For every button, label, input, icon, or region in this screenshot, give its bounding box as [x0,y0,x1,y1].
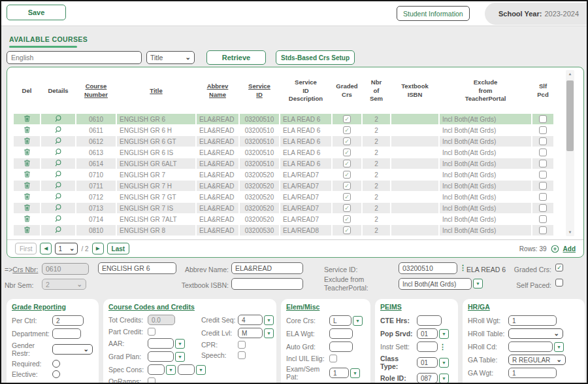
exclude-teacherportal-cell[interactable]: Incl Both(Att Grds) [440,158,531,169]
search-field-select[interactable]: Title ⌄ [146,51,195,64]
slf-pcd-cell[interactable] [532,203,553,213]
service-id-cell[interactable]: 03200510 [240,147,279,158]
search-input[interactable] [7,51,142,64]
exclude-teacherportal-cell[interactable]: Incl Both(Att Grds) [440,225,531,236]
textbook-isbn-cell[interactable] [391,125,438,135]
service-id-cell[interactable]: 03200520 [240,203,279,213]
title-cell[interactable]: ENGLISH GR 7 H [117,181,195,191]
pop-srvd-dropdown-icon[interactable]: ▼ [439,329,449,339]
nbr-sem-select[interactable]: 2 ⌄ [42,279,86,290]
role-id-dropdown-icon[interactable]: ▼ [439,374,449,383]
nbr-sem-cell[interactable]: 2 [363,181,390,191]
title-cell[interactable]: ENGLISH GR 7 [117,169,195,180]
title-cell[interactable]: ENGLISH GR 6ALT [117,158,195,169]
slf-pcd-cell[interactable] [532,192,553,202]
exclude-dropdown-icon[interactable]: ▼ [473,279,483,288]
hroll-cd-input[interactable] [508,341,553,352]
col-header-abbrev-name[interactable]: Abbrev Name [197,69,238,113]
auto-grd-input[interactable] [329,341,353,352]
department-input[interactable] [52,328,81,339]
service-id-cell[interactable]: 03200520 [240,192,279,202]
role-id-input[interactable] [417,373,438,383]
spec-cons-dropdown-icon-2[interactable]: ▼ [196,365,206,375]
title-cell[interactable]: ENGLISH GR 6 GT [117,136,195,147]
hroll-cd-dropdown-icon[interactable]: ▼ [554,342,564,352]
exclude-teacherportal-cell[interactable]: Incl Both(Att Grds) [440,214,531,224]
grad-plan-input[interactable] [148,351,174,362]
course-title-input[interactable] [98,262,176,274]
service-desc-cell[interactable]: ELA READ 6 [280,136,331,147]
exam-sem-pat-input[interactable] [329,368,349,378]
row-details-button[interactable] [41,203,75,213]
slf-pcd-cell[interactable] [532,169,553,180]
graded-crs-cell[interactable] [333,147,361,158]
service-id-cell[interactable]: 03200520 [240,169,279,180]
core-crs-input[interactable] [329,315,351,326]
next-page-button[interactable]: ▶ [92,243,104,254]
service-desc-cell[interactable]: ELA/READ7 [280,192,331,202]
graded-crs-row-checkbox[interactable] [343,226,351,234]
incl-uil-elig-checkbox[interactable] [329,355,337,362]
service-desc-cell[interactable]: ELA READ 6 [280,158,331,169]
slf-pcd-row-checkbox[interactable] [539,193,547,201]
service-desc-cell[interactable]: ELA/READ7 [280,203,331,213]
textbook-isbn-cell[interactable] [391,136,438,147]
delete-row-button[interactable] [14,136,40,147]
row-details-button[interactable] [41,225,75,236]
title-cell[interactable]: ENGLISH GR 6 H [117,125,195,135]
graded-crs-cell[interactable] [333,158,361,169]
row-details-button[interactable] [41,181,75,191]
instr-sett-picker-icon[interactable]: ⋮ [439,343,446,351]
title-cell[interactable]: ENGLISH GR 6 IS [117,147,195,158]
title-cell[interactable]: ENGLISH GR 7 GT [117,192,195,202]
page-number-select[interactable]: 1 ⌄ [55,243,78,254]
slf-pcd-row-checkbox[interactable] [539,126,547,134]
exclude-teacherportal-cell[interactable]: Incl Both(Att Grds) [440,147,531,158]
course-number-cell[interactable]: 0810 [76,225,116,236]
ela-wgt-input[interactable] [329,328,353,339]
onramps-checkbox[interactable] [148,377,155,384]
graded-crs-row-checkbox[interactable] [343,148,351,156]
row-details-button[interactable] [41,214,75,224]
instr-sett-input[interactable] [417,341,438,352]
hroll-table-select[interactable]: ⌄ [508,328,563,339]
row-details-button[interactable] [41,169,75,180]
graded-crs-cell[interactable] [333,136,361,147]
abbrev-name-cell[interactable]: ELA&READ [197,136,238,147]
textbook-isbn-cell[interactable] [391,114,438,124]
delete-row-button[interactable] [14,203,40,213]
nbr-sem-cell[interactable]: 2 [363,203,390,213]
service-id-cell[interactable]: 03200520 [240,181,279,191]
slf-pcd-row-checkbox[interactable] [539,137,547,145]
hroll-wgt-input[interactable] [508,315,557,326]
graded-crs-cell[interactable] [333,181,361,191]
graded-crs-cell[interactable] [333,192,361,202]
prev-page-button[interactable]: ◀ [40,243,52,254]
abbrev-name-cell[interactable]: ELA&READ [197,158,238,169]
textbook-isbn-cell[interactable] [391,147,438,158]
last-page-button[interactable]: Last [107,243,130,254]
graded-crs-row-checkbox[interactable] [343,115,351,123]
graded-crs-row-checkbox[interactable] [343,193,351,201]
delete-row-button[interactable] [14,169,40,180]
required-radio[interactable] [52,360,60,368]
abbrev-name-input[interactable] [231,262,303,274]
nbr-sem-cell[interactable]: 2 [363,158,390,169]
delete-row-button[interactable] [14,181,40,191]
part-credit-checkbox[interactable] [148,328,155,336]
nbr-sem-cell[interactable]: 2 [363,147,390,158]
service-desc-cell[interactable]: ELA READ 6 [280,125,331,135]
textbook-isbn-cell[interactable] [391,169,438,180]
delete-row-button[interactable] [14,125,40,135]
abbrev-name-cell[interactable]: ELA&READ [197,147,238,158]
add-row-link[interactable]: Add [563,245,576,253]
service-desc-cell[interactable]: ELA/READ8 [280,225,331,236]
slf-pcd-cell[interactable] [532,214,553,224]
graded-crs-row-checkbox[interactable] [343,137,351,145]
tot-credits-input[interactable] [148,315,175,325]
abbrev-name-cell[interactable]: ELA&READ [197,214,238,224]
textbook-isbn-cell[interactable] [391,158,438,169]
ga-table-select[interactable]: R REGULAR⌄ [508,355,566,365]
slf-pcd-row-checkbox[interactable] [539,204,547,212]
textbook-isbn-cell[interactable] [391,225,438,236]
